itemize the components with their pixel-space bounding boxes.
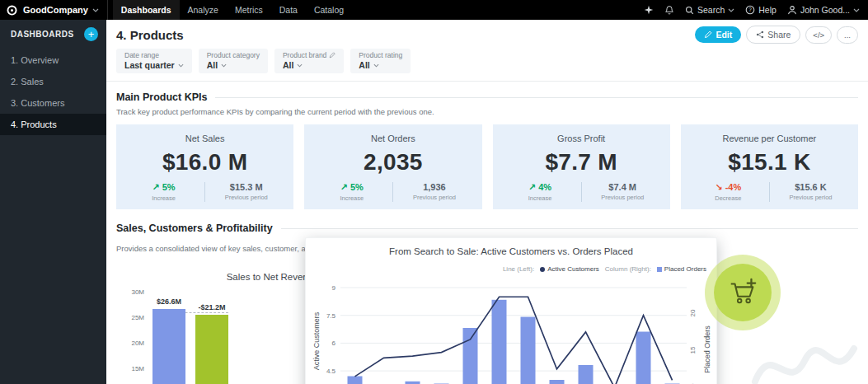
filter-date-range[interactable]: Date range Last quarter [116, 49, 192, 73]
edit-label: Edit [716, 30, 732, 40]
kpi-previous-value: 1,936 [393, 182, 475, 192]
kpi-previous-label: Previous period [770, 194, 852, 201]
sidebar-item-overview[interactable]: 1. Overview [0, 49, 106, 71]
ai-assistant-button[interactable] [644, 5, 654, 15]
search-label: Search [697, 5, 725, 15]
bar-value-label: $26.6M [144, 297, 194, 306]
sidebar-item-products[interactable]: 4. Products [0, 114, 106, 135]
kpi-card-net-orders[interactable]: Net Orders 2,035 ↗ 5% Increase 1,936 Pre… [304, 124, 481, 209]
kpi-card-gross-profit[interactable]: Gross Profit $7.7 M ↗ 4% Increase $7.4 M… [493, 124, 670, 209]
edit-button[interactable]: Edit [695, 26, 741, 43]
kpi-change-label: Increase [311, 194, 392, 202]
combo-chart-card[interactable]: From Search to Sale: Active Customers vs… [305, 237, 717, 384]
chevron-down-icon [92, 8, 99, 12]
notifications-button[interactable] [664, 5, 674, 16]
kpi-change: ↗ 5% [311, 182, 392, 193]
main-area: 4. Products Edit Share </> [106, 20, 868, 384]
legend-item-placed-orders[interactable]: Placed Orders [657, 265, 706, 273]
user-menu[interactable]: John Good... [787, 5, 860, 15]
workspace-name: GoodCompany [23, 5, 88, 15]
y-axis-tick: 4.5 [326, 368, 336, 375]
app-logo[interactable] [0, 0, 23, 20]
nav-item-catalog[interactable]: Catalog [306, 0, 352, 20]
filter-product-category[interactable]: Product category All [199, 49, 268, 73]
help-button[interactable]: ? Help [745, 5, 777, 15]
kpi-grid: Net Sales $16.0 M ↗ 5% Increase $15.3 M … [116, 124, 858, 209]
topbar-right: Search ? Help John Good... [644, 5, 868, 16]
left-axis-label: Active Customers [312, 311, 321, 370]
sidebar-title: DASHBOARDS [11, 30, 74, 39]
kpi-previous-value: $7.4 M [582, 182, 664, 192]
section-divider [281, 228, 858, 229]
share-button[interactable]: Share [746, 26, 800, 44]
kpi-previous-value: $15.6 K [770, 182, 852, 192]
filter-label: Product rating [359, 51, 402, 59]
kpi-card-net-sales[interactable]: Net Sales $16.0 M ↗ 5% Increase $15.3 M … [116, 124, 293, 209]
right-axis-tick: 15 [689, 346, 697, 354]
chevron-down-icon [728, 8, 734, 12]
column-bar[interactable] [550, 380, 565, 384]
column-bar[interactable] [636, 332, 651, 384]
embed-code-button[interactable]: </> [805, 26, 832, 44]
logo-icon [6, 4, 18, 16]
column-marker-icon [657, 267, 662, 272]
nav-item-dashboards[interactable]: Dashboards [113, 0, 180, 20]
add-to-cart-fab[interactable] [705, 255, 781, 330]
waterfall-bar[interactable] [152, 309, 185, 384]
more-options-button[interactable]: ... [837, 26, 858, 44]
ellipsis-icon: ... [844, 30, 851, 40]
y-axis-tick: 20M [116, 340, 144, 347]
kpi-change-label: Increase [500, 194, 581, 202]
y-axis-tick: 25M [116, 314, 144, 321]
kpi-value: $16.0 M [123, 149, 287, 176]
legend-item-active-customers[interactable]: Active Customers [540, 265, 599, 273]
line-marker-icon [540, 267, 545, 272]
column-bar[interactable] [348, 377, 363, 384]
nav-item-metrics[interactable]: Metrics [227, 0, 271, 20]
sidebar-item-sales[interactable]: 2. Sales [0, 71, 106, 92]
chart-legend: Line (Left): Active Customers Column (Ri… [306, 265, 706, 273]
nav-item-data[interactable]: Data [271, 0, 306, 20]
chevron-down-icon [853, 8, 860, 12]
filter-value: All [283, 60, 293, 70]
chevron-down-icon [297, 63, 303, 68]
help-icon: ? [745, 5, 755, 15]
kpi-section-title: Main Product KPIs [116, 91, 207, 103]
bell-icon [664, 5, 674, 16]
chevron-down-icon [373, 63, 379, 68]
nav-item-analyze[interactable]: Analyze [180, 0, 227, 20]
filter-product-brand[interactable]: Product brand All [274, 49, 344, 73]
help-label: Help [758, 5, 777, 15]
kpi-previous-label: Previous period [393, 194, 475, 201]
page-title: 4. Products [116, 28, 184, 42]
kpi-value: 2,035 [311, 149, 475, 176]
dashboard-app: GoodCompany Dashboards Analyze Metrics D… [0, 0, 868, 384]
column-bar[interactable] [579, 365, 594, 384]
filter-label: Date range [124, 51, 159, 59]
column-bar[interactable] [521, 317, 536, 384]
svg-text:?: ? [748, 7, 752, 12]
search-button[interactable]: Search [685, 5, 734, 15]
filter-product-rating[interactable]: Product rating All [350, 49, 411, 73]
kpi-card-revenue-per-customer[interactable]: Revenue per Customer $15.1 K ↘ -4% Decre… [681, 124, 858, 209]
kpi-value: $7.7 M [500, 149, 664, 176]
share-icon [756, 30, 764, 39]
chevron-down-icon [221, 63, 227, 68]
waterfall-bar[interactable] [195, 315, 228, 384]
kpi-section-header: Main Product KPIs [116, 91, 858, 103]
kpi-title: Net Orders [311, 133, 475, 143]
charts-section-title: Sales, Customers & Profitability [116, 222, 273, 234]
trend-arrow-icon: ↘ [715, 182, 722, 192]
top-bar: GoodCompany Dashboards Analyze Metrics D… [0, 0, 868, 20]
cart-plus-icon [727, 277, 758, 308]
add-dashboard-button[interactable]: + [84, 27, 98, 41]
kpi-previous-value: $15.3 M [205, 182, 287, 192]
workspace-switcher[interactable]: GoodCompany [23, 5, 107, 15]
page-header: 4. Products Edit Share </> [106, 20, 868, 48]
sidebar-item-customers[interactable]: 3. Customers [0, 92, 106, 114]
legend-group-line: Line (Left): [503, 265, 534, 273]
charts-section-header: Sales, Customers & Profitability [116, 222, 858, 234]
column-bar[interactable] [463, 328, 478, 384]
column-bar[interactable] [492, 300, 507, 384]
combo-chart-svg: 97.564.5201510Active CustomersPlaced Ord… [306, 238, 717, 384]
